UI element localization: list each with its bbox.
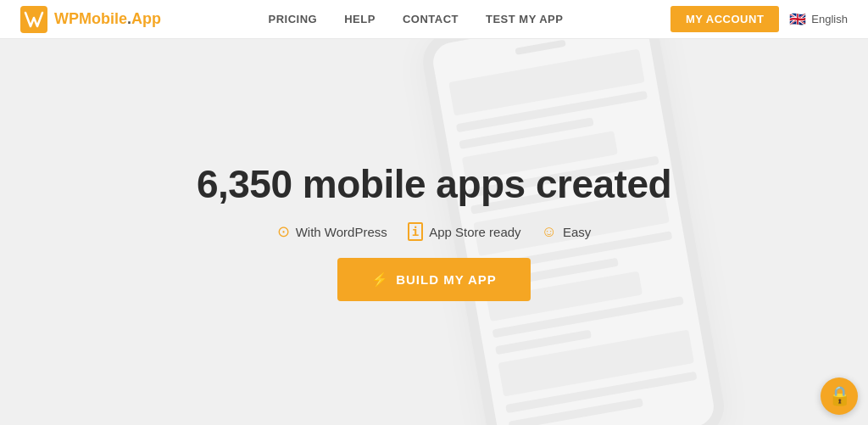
- bolt-icon: ⚡: [371, 271, 389, 288]
- feature-easy-label: Easy: [563, 225, 591, 239]
- lock-badge: 🔒: [821, 377, 858, 415]
- build-my-app-button[interactable]: ⚡ BUILD MY APP: [337, 258, 531, 301]
- language-selector[interactable]: 🇬🇧 English: [789, 11, 848, 27]
- flag-icon: 🇬🇧: [789, 11, 806, 27]
- wordpress-icon: ⊙: [277, 222, 290, 241]
- easy-icon: ☺: [542, 223, 557, 241]
- nav-test-my-app[interactable]: TEST MY APP: [486, 13, 563, 25]
- hero-features: ⊙ With WordPress i App Store ready ☺ Eas…: [277, 222, 592, 241]
- feature-appstore-label: App Store ready: [429, 225, 520, 239]
- appstore-icon: i: [408, 222, 423, 241]
- nav-help[interactable]: HELP: [344, 13, 376, 25]
- my-account-button[interactable]: MY ACCOUNT: [670, 6, 779, 32]
- header-right: MY ACCOUNT 🇬🇧 English: [670, 6, 848, 32]
- logo[interactable]: WPMobile.App: [20, 6, 161, 33]
- hero-section: 6,350 mobile apps created ⊙ With WordPre…: [0, 39, 868, 425]
- hero-title: 6,350 mobile apps created: [197, 163, 671, 206]
- feature-appstore: i App Store ready: [408, 222, 521, 241]
- logo-icon: [20, 6, 47, 33]
- header: WPMobile.App PRICING HELP CONTACT TEST M…: [0, 0, 868, 39]
- feature-wordpress-label: With WordPress: [296, 225, 387, 239]
- nav-contact[interactable]: CONTACT: [403, 13, 459, 25]
- main-nav: PRICING HELP CONTACT TEST MY APP: [269, 13, 564, 25]
- lock-icon: 🔒: [828, 385, 851, 407]
- nav-pricing[interactable]: PRICING: [269, 13, 318, 25]
- feature-wordpress: ⊙ With WordPress: [277, 222, 387, 241]
- logo-text: WPMobile.App: [54, 10, 161, 28]
- build-button-label: BUILD MY APP: [396, 272, 497, 287]
- language-label: English: [811, 13, 848, 25]
- feature-easy: ☺ Easy: [542, 223, 592, 241]
- hero-content: 6,350 mobile apps created ⊙ With WordPre…: [197, 163, 671, 302]
